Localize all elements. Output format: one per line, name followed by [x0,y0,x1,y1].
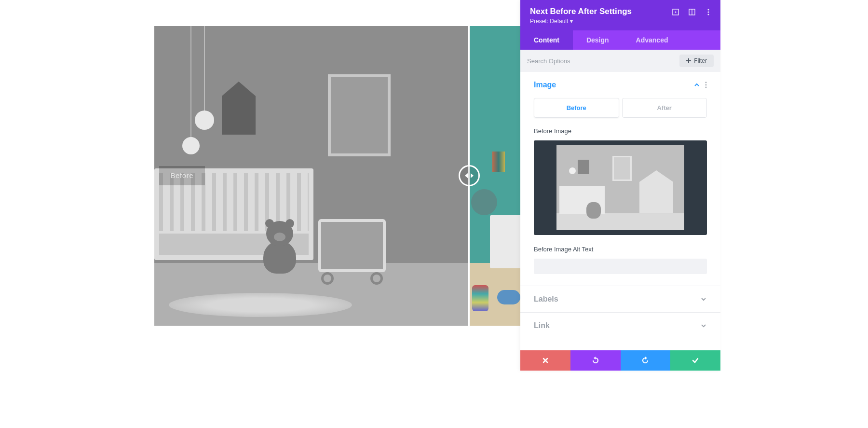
before-image-field-label: Before Image [534,127,707,135]
search-row: Filter [520,50,720,72]
close-icon [542,357,549,364]
before-image-picker[interactable] [534,140,707,235]
before-image-thumbnail [556,145,684,230]
panel-body[interactable]: Image Before After Before Image [520,72,720,371]
panel-header: Next Before After Settings Preset: Defau… [520,0,720,30]
subtab-after[interactable]: After [622,98,707,118]
svg-marker-17 [645,357,647,359]
slider-handle[interactable] [459,165,480,186]
svg-point-3 [675,12,677,13]
panel-footer [520,350,720,371]
redo-icon [641,357,649,364]
before-alt-field-label: Before Image Alt Text [534,246,707,253]
before-alt-input[interactable] [534,259,707,274]
svg-marker-0 [465,173,468,178]
more-options-icon[interactable] [705,9,712,15]
svg-rect-10 [686,60,691,61]
svg-point-7 [707,11,709,13]
section-more-icon[interactable] [705,82,707,88]
svg-marker-16 [594,357,596,359]
image-subtabs: Before After [534,98,707,118]
before-image-pane: Before [154,26,468,326]
check-icon [692,357,699,364]
svg-point-8 [707,14,709,15]
undo-button[interactable] [570,350,621,371]
chevron-down-icon [700,322,707,329]
svg-marker-1 [471,173,474,178]
filter-button[interactable]: Filter [679,55,714,67]
tab-content[interactable]: Content [520,30,573,50]
svg-point-13 [705,87,707,88]
tab-design[interactable]: Design [573,30,623,50]
section-labels-title: Labels [534,295,558,304]
svg-point-11 [705,82,707,83]
svg-point-6 [707,9,709,10]
redo-button[interactable] [621,350,671,371]
save-button[interactable] [670,350,720,371]
preset-selector[interactable]: Preset: Default ▾ [530,18,711,25]
settings-panel: Next Before After Settings Preset: Defau… [520,0,720,371]
cancel-button[interactable] [520,350,570,371]
undo-icon [592,357,599,364]
section-link: Link [520,313,720,339]
chevron-down-icon [700,296,707,303]
main-tabs: Content Design Advanced [520,30,720,50]
panel-layout-icon[interactable] [689,9,695,15]
section-labels-header[interactable]: Labels [520,286,720,312]
search-input[interactable] [527,57,675,65]
before-after-preview[interactable]: Before [154,26,521,326]
tab-advanced[interactable]: Advanced [623,30,682,50]
section-image-header[interactable]: Image [520,72,720,98]
subtab-before[interactable]: Before [534,98,619,118]
section-labels: Labels [520,286,720,313]
section-image: Image Before After Before Image [520,72,720,286]
chevron-up-icon [693,82,700,88]
before-label: Before [159,166,205,185]
svg-point-12 [705,84,707,86]
filter-label: Filter [694,57,707,64]
responsive-view-icon[interactable] [672,9,679,15]
section-image-title: Image [534,81,556,89]
section-link-title: Link [534,321,550,330]
section-link-header[interactable]: Link [520,313,720,339]
